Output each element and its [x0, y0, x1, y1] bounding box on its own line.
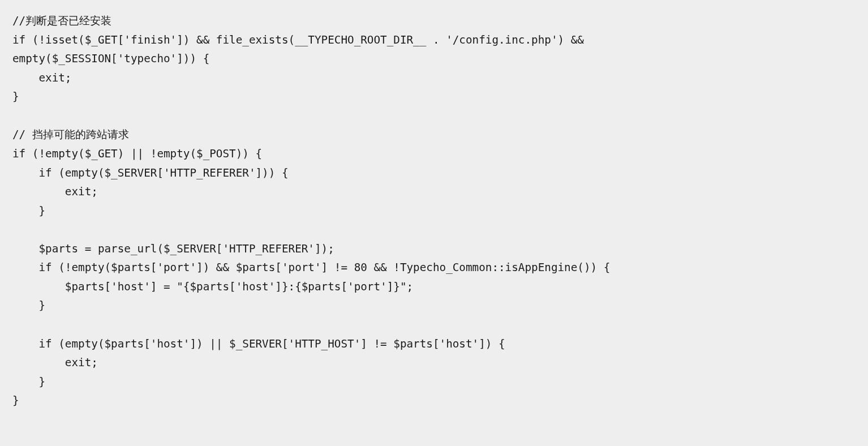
code-block: //判断是否已经安装 if (!isset($_GET['finish']) &…: [0, 0, 868, 422]
